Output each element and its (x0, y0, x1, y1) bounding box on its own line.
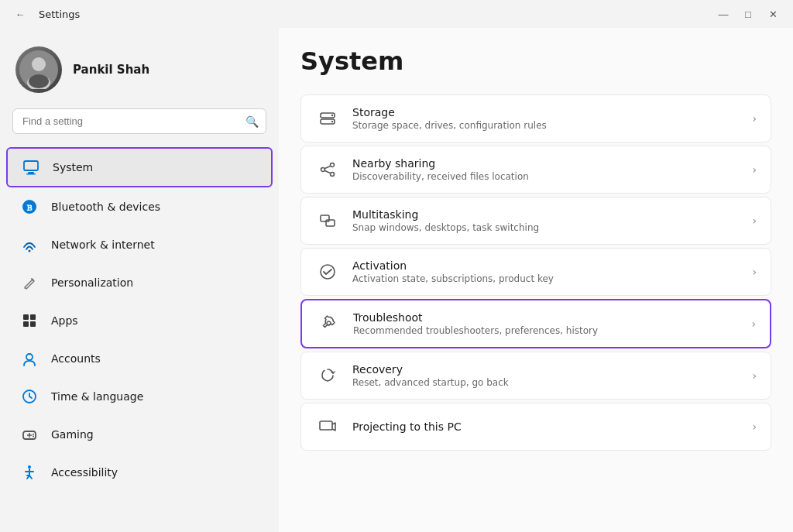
chevron-right-icon: › (752, 163, 757, 176)
sidebar-item-personalization[interactable]: Personalization (6, 264, 273, 301)
settings-item-title: Troubleshoot (353, 311, 739, 324)
settings-item-desc: Recommended troubleshooters, preferences… (353, 325, 739, 336)
sidebar-item-label: Accessibility (51, 466, 118, 479)
activation-icon (315, 259, 340, 284)
svg-line-29 (325, 166, 331, 169)
storage-icon (315, 106, 340, 131)
sidebar-item-label: System (53, 161, 93, 173)
sidebar-item-network[interactable]: Network & internet (6, 226, 273, 263)
window-controls: — □ ✕ (712, 5, 784, 22)
sidebar-item-label: Time & language (51, 390, 143, 403)
sidebar-item-label: Network & internet (51, 239, 155, 251)
nearby-sharing-icon (315, 157, 340, 182)
settings-item-desc: Storage space, drives, configuration rul… (352, 120, 740, 131)
svg-text:ʙ: ʙ (26, 201, 33, 213)
settings-item-title: Storage (352, 106, 740, 118)
minimize-button[interactable]: — (712, 5, 734, 22)
bluetooth-icon: ʙ (19, 196, 40, 218)
settings-item-recovery[interactable]: Recovery Reset, advanced startup, go bac… (300, 352, 771, 400)
svg-point-20 (33, 436, 34, 438)
settings-item-desc: Discoverability, received files location (352, 171, 740, 182)
page-title: System (300, 46, 771, 76)
apps-icon (19, 310, 40, 331)
settings-list: Storage Storage space, drives, configura… (300, 94, 771, 451)
svg-point-1 (32, 57, 46, 71)
svg-rect-13 (30, 321, 36, 327)
chevron-right-icon: › (752, 215, 757, 227)
troubleshoot-icon (316, 311, 341, 336)
svg-point-9 (29, 250, 31, 252)
chevron-right-icon: › (752, 266, 757, 278)
svg-rect-12 (23, 321, 29, 327)
gaming-icon (19, 424, 40, 445)
recovery-icon (315, 363, 340, 388)
svg-rect-4 (24, 161, 38, 170)
accessibility-icon (19, 462, 40, 483)
accounts-icon (19, 348, 40, 369)
maximize-button[interactable]: □ (737, 5, 759, 22)
svg-point-24 (331, 115, 333, 116)
sidebar-item-accessibility[interactable]: Accessibility (6, 454, 273, 491)
search-box: 🔍 (12, 108, 266, 134)
user-profile[interactable]: Pankil Shah (0, 34, 279, 108)
settings-item-desc: Activation state, subscriptions, product… (352, 273, 740, 284)
settings-item-activation[interactable]: Activation Activation state, subscriptio… (300, 248, 771, 296)
settings-item-desc: Snap windows, desktops, task switching (352, 222, 740, 233)
svg-rect-6 (26, 173, 36, 175)
settings-item-nearby-sharing[interactable]: Nearby sharing Discoverability, received… (300, 146, 771, 194)
settings-item-title: Projecting to this PC (352, 420, 740, 433)
settings-item-title: Recovery (352, 363, 740, 376)
svg-rect-10 (23, 314, 29, 320)
sidebar-item-apps[interactable]: Apps (6, 302, 273, 339)
svg-point-25 (331, 121, 333, 122)
chevron-right-icon: › (752, 112, 757, 125)
main-content: System Storage Storage space, drives, co… (279, 28, 793, 532)
title-bar-left: ← Settings (9, 5, 80, 22)
sidebar-item-bluetooth[interactable]: ʙ Bluetooth & devices (6, 188, 273, 225)
sidebar: Pankil Shah 🔍 System ʙ Bluetooth & devic… (0, 28, 279, 532)
sidebar-item-system[interactable]: System (6, 147, 273, 187)
sidebar-item-time[interactable]: Time & language (6, 378, 273, 415)
settings-item-projecting[interactable]: Projecting to this PC › (300, 403, 771, 451)
settings-item-title: Nearby sharing (352, 157, 740, 170)
chevron-right-icon: › (751, 317, 756, 330)
sidebar-item-label: Apps (51, 314, 78, 327)
settings-item-troubleshoot[interactable]: Troubleshoot Recommended troubleshooters… (300, 299, 771, 348)
time-icon (19, 386, 40, 407)
app-body: Pankil Shah 🔍 System ʙ Bluetooth & devic… (0, 28, 793, 532)
sidebar-item-gaming[interactable]: Gaming (6, 416, 273, 453)
back-button[interactable]: ← (9, 5, 31, 22)
chevron-right-icon: › (752, 420, 757, 433)
svg-point-33 (321, 265, 335, 279)
svg-point-3 (29, 74, 49, 88)
svg-point-28 (331, 173, 335, 177)
sidebar-item-label: Accounts (51, 352, 101, 365)
svg-line-30 (325, 171, 331, 173)
settings-item-storage[interactable]: Storage Storage space, drives, configura… (300, 94, 771, 142)
close-button[interactable]: ✕ (762, 5, 784, 22)
system-icon (20, 156, 42, 178)
settings-item-desc: Reset, advanced startup, go back (352, 377, 740, 388)
svg-point-14 (26, 354, 33, 360)
sidebar-item-accounts[interactable]: Accounts (6, 340, 273, 377)
projecting-icon (315, 414, 340, 439)
settings-item-title: Multitasking (352, 208, 740, 221)
svg-rect-35 (320, 421, 332, 430)
svg-point-21 (28, 465, 31, 469)
sidebar-item-label: Bluetooth & devices (51, 201, 160, 213)
search-input[interactable] (12, 108, 266, 134)
chevron-right-icon: › (752, 369, 757, 382)
sidebar-item-label: Personalization (51, 276, 133, 289)
svg-rect-11 (30, 314, 36, 320)
svg-point-19 (33, 434, 34, 435)
svg-point-26 (331, 163, 335, 167)
personalization-icon (19, 272, 40, 293)
title-bar: ← Settings — □ ✕ (0, 0, 793, 28)
multitasking-icon (315, 208, 340, 233)
nav-list: System ʙ Bluetooth & devices Network & i… (0, 146, 279, 492)
settings-item-multitasking[interactable]: Multitasking Snap windows, desktops, tas… (300, 197, 771, 245)
svg-rect-5 (28, 172, 34, 173)
settings-item-title: Activation (352, 259, 740, 272)
network-icon (19, 234, 40, 256)
sidebar-item-label: Gaming (51, 428, 94, 441)
